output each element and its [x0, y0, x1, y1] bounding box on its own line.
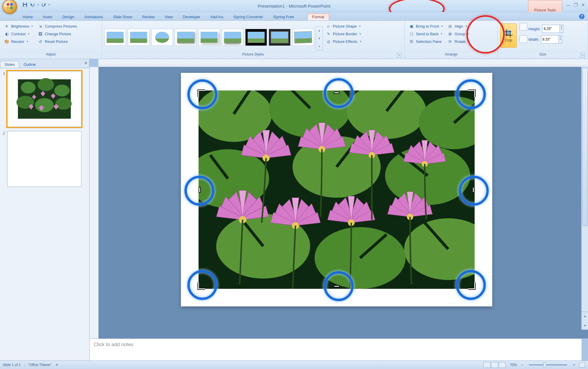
size-launcher[interactable]: ↘ [580, 53, 585, 58]
crop-handle-br[interactable] [466, 281, 476, 290]
width-input[interactable]: ▲▼ [541, 35, 562, 43]
brightness-icon: ☀ [4, 24, 9, 29]
picture-styles-gallery: ▲▼▾ [104, 22, 323, 51]
tab-ispring-free[interactable]: iSpring Free [268, 13, 299, 20]
style-thumb[interactable] [198, 29, 220, 46]
tab-review[interactable]: Review [137, 13, 160, 20]
scrollbar-thumb[interactable] [582, 68, 588, 226]
tab-animations[interactable]: Animations [79, 13, 108, 20]
recolor-button[interactable]: 🎨Recolor▾ [2, 38, 35, 45]
style-thumb[interactable] [245, 29, 267, 46]
normal-view-button[interactable] [483, 362, 490, 368]
crop-handle-tl[interactable] [197, 89, 207, 99]
brightness-button[interactable]: ☀Brightness▾ [2, 23, 35, 29]
style-thumb[interactable] [175, 29, 196, 46]
tab-ispring-converter[interactable]: iSpring Converter [229, 13, 268, 20]
tab-format[interactable]: Format [307, 13, 329, 20]
tab-view[interactable]: View [160, 13, 178, 20]
qat-customize[interactable]: ▾ [48, 3, 50, 6]
style-thumb[interactable] [292, 29, 314, 46]
contrast-button[interactable]: ◐Contrast▾ [2, 31, 35, 37]
panel-close-button[interactable]: ✕ [84, 61, 88, 65]
reset-picture-button[interactable]: ↺Reset Picture [36, 38, 79, 45]
bring-to-front-button[interactable]: ▣Bring to Front▾ [407, 23, 445, 29]
style-thumb[interactable] [151, 29, 173, 46]
tab-developer[interactable]: Developer [178, 13, 205, 20]
crop-handle-ml[interactable] [195, 185, 204, 194]
size-width-icon [520, 35, 527, 43]
change-picture-button[interactable]: 🖼Change Picture [36, 31, 79, 37]
restore-button[interactable]: ❐ [574, 2, 578, 8]
status-theme: "Office Theme" [25, 363, 51, 367]
fit-to-window-button[interactable] [579, 362, 585, 368]
height-input[interactable]: ▲▼ [542, 25, 563, 33]
slide-canvas[interactable]: ⬘⬙ [99, 67, 588, 338]
group-button[interactable]: ⊞Group▾ [446, 31, 471, 37]
tab-home[interactable]: Home [18, 13, 38, 20]
notes-pane[interactable]: Click to add notes [90, 338, 582, 360]
quick-access-toolbar: ▾ ▾ [22, 1, 50, 8]
tab-slide-show[interactable]: Slide Show [108, 13, 137, 20]
horizontal-ruler[interactable] [98, 59, 588, 67]
panel-tab-slides[interactable]: Slides [0, 61, 19, 68]
slideshow-view-button[interactable] [499, 362, 506, 368]
crop-icon [504, 29, 513, 38]
style-thumb[interactable] [269, 29, 290, 46]
zoom-out-button[interactable]: − [521, 363, 523, 367]
style-thumb[interactable] [104, 29, 126, 46]
tab-add-ins[interactable]: Add-Ins [205, 13, 229, 20]
minimize-button[interactable]: — [566, 2, 570, 8]
zoom-in-button[interactable]: + [573, 363, 575, 367]
contextual-tab-group: Picture Tools [528, 0, 562, 13]
ribbon: ☀Brightness▾ ◐Contrast▾ 🎨Recolor▾ ⇲Compr… [0, 21, 588, 59]
close-button[interactable]: ✕ [581, 2, 585, 8]
slides-panel: Slides Outline ✕ 1 [0, 59, 90, 360]
crop-handle-mr[interactable] [469, 185, 478, 194]
svg-rect-50 [334, 286, 339, 287]
svg-rect-44 [334, 92, 339, 93]
save-button[interactable] [22, 1, 28, 8]
help-button[interactable]: ? [579, 14, 584, 19]
tab-design[interactable]: Design [57, 13, 79, 20]
group-label-arrange: Arrange [407, 51, 495, 59]
rotate-button[interactable]: ⟳Rotate▾ [446, 38, 471, 45]
group-label-adjust: Adjust [2, 51, 99, 59]
selection-pane-button[interactable]: ☰Selection Pane [407, 38, 445, 45]
panel-tab-outline[interactable]: Outline [19, 61, 40, 68]
redo-button[interactable] [40, 1, 47, 8]
selected-picture[interactable] [199, 90, 475, 289]
vertical-scrollbar[interactable]: ⬘⬙ [581, 67, 588, 330]
picture-effects-button[interactable]: ◎Picture Effects▾ [324, 38, 363, 45]
change-picture-icon: 🖼 [38, 31, 43, 36]
slide [181, 73, 492, 306]
crop-handle-tr[interactable] [466, 89, 476, 99]
send-to-back-button[interactable]: ▢Send to Back▾ [407, 31, 445, 37]
status-slide-count: Slide 1 of 2 [3, 363, 21, 367]
svg-point-1 [10, 3, 13, 6]
crop-handle-bl[interactable] [197, 281, 207, 290]
compress-pictures-button[interactable]: ⇲Compress Pictures [36, 23, 79, 29]
tab-insert[interactable]: Insert [38, 13, 58, 20]
slide-thumbnail-2[interactable] [7, 131, 81, 187]
crop-handle-bc[interactable] [332, 282, 341, 291]
vertical-ruler[interactable] [90, 67, 99, 338]
slide-thumbnail-1[interactable] [7, 71, 81, 127]
picture-shape-button[interactable]: ▱Picture Shape▾ [324, 23, 363, 29]
prev-slide-button[interactable]: ⬘ [584, 315, 586, 318]
style-thumb[interactable] [128, 29, 149, 46]
sorter-view-button[interactable] [491, 362, 498, 368]
picture-border-button[interactable]: ✎Picture Border▾ [324, 31, 363, 37]
zoom-slider[interactable] [529, 364, 567, 365]
crop-button[interactable]: Crop [500, 24, 517, 48]
crop-handle-tc[interactable] [332, 88, 341, 98]
align-button[interactable]: ⊟Align▾ [446, 23, 471, 29]
style-thumb[interactable] [222, 29, 243, 46]
style-gallery-more[interactable]: ▲▼▾ [316, 26, 323, 51]
picture-styles-launcher[interactable]: ↘ [397, 53, 401, 58]
undo-dropdown[interactable]: ▾ [38, 3, 39, 6]
zoom-level[interactable]: 70% [510, 363, 517, 367]
undo-button[interactable] [29, 1, 36, 8]
next-slide-button[interactable]: ⬙ [584, 324, 586, 327]
office-button[interactable] [2, 0, 17, 14]
spell-check-icon[interactable]: ✔ [56, 363, 58, 367]
